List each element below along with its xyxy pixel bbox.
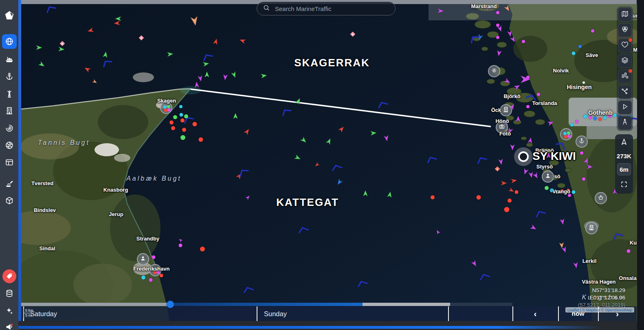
- vessel-dot-marker[interactable]: [149, 278, 153, 282]
- timeline-prev-button[interactable]: ‹: [512, 306, 558, 321]
- vessel-dot-marker[interactable]: [526, 76, 530, 79]
- vessel-arrow-marker[interactable]: [530, 225, 537, 232]
- vessel-track-marker[interactable]: [202, 53, 213, 61]
- measure-tool-button[interactable]: [618, 116, 632, 130]
- vessel-arrow-marker[interactable]: [515, 116, 522, 122]
- vessel-track-marker[interactable]: [281, 108, 292, 116]
- vessel-arrow-marker[interactable]: [504, 78, 511, 85]
- vessel-arrow-marker[interactable]: [547, 120, 554, 127]
- vessel-dot-marker[interactable]: [593, 117, 597, 120]
- poi-cluster-marker[interactable]: [149, 264, 161, 276]
- weather-wind-button[interactable]: [618, 70, 632, 83]
- vessel-dot-marker[interactable]: [182, 128, 186, 132]
- vessel-dot-marker[interactable]: [627, 249, 631, 253]
- sidebar-item-live-tracker[interactable]: [2, 121, 17, 135]
- poi-anchorS-marker[interactable]: [576, 135, 588, 148]
- vessel-dot-marker[interactable]: [572, 52, 576, 55]
- sidebar-item-photos[interactable]: [2, 138, 17, 153]
- vessel-dot-marker[interactable]: [556, 190, 559, 194]
- vessel-dot-marker[interactable]: [180, 135, 185, 140]
- vessel-dot-marker[interactable]: [180, 113, 183, 117]
- vessel-dot-marker[interactable]: [580, 151, 583, 155]
- vessel-dot-marker[interactable]: [496, 24, 499, 27]
- vessel-arrow-marker[interactable]: [239, 37, 246, 44]
- vessel-arrow-marker[interactable]: [92, 79, 98, 85]
- vessel-dot-marker[interactable]: [173, 115, 177, 119]
- vessel-arrow-marker[interactable]: [231, 72, 238, 79]
- vessel-arrow-marker[interactable]: [533, 173, 540, 179]
- vessel-arrow-marker[interactable]: [336, 179, 343, 186]
- sidebar-item-pricing-tag[interactable]: [2, 269, 16, 283]
- vessel-arrow-marker[interactable]: [362, 190, 369, 197]
- search-bar[interactable]: [257, 2, 396, 15]
- vessel-dot-marker[interactable]: [526, 105, 530, 108]
- overlay-blend-button[interactable]: [618, 23, 632, 37]
- vessel-dot-marker[interactable]: [582, 177, 585, 181]
- vessel-arrow-marker[interactable]: [114, 20, 121, 27]
- vessel-track-marker[interactable]: [357, 280, 368, 288]
- vessel-arrow-marker[interactable]: [559, 219, 566, 225]
- vessel-dot-marker[interactable]: [572, 190, 576, 194]
- vessel-track-marker[interactable]: [238, 168, 249, 176]
- sidebar-item-logo[interactable]: [2, 8, 17, 23]
- vessel-arrow-marker[interactable]: [370, 130, 377, 137]
- vessel-arrow-marker[interactable]: [232, 113, 239, 120]
- timeline-handle[interactable]: [167, 301, 174, 308]
- vessel-dot-marker[interactable]: [567, 189, 570, 192]
- vessel-dot-marker[interactable]: [560, 189, 564, 193]
- vessel-arrow-marker[interactable]: [326, 138, 333, 145]
- vessel-track-marker[interactable]: [535, 210, 546, 218]
- vessel-dot-marker[interactable]: [589, 116, 592, 119]
- map-canvas[interactable]: SKAGERRAKKATTEGATTannis BugtAalbæk BugtK…: [21, 4, 637, 330]
- vessel-dot-marker[interactable]: [570, 123, 574, 127]
- vessel-arrow-marker[interactable]: [178, 238, 183, 243]
- sidebar-item-lighthouses[interactable]: [2, 87, 17, 101]
- north-arrow-button[interactable]: [617, 137, 631, 149]
- poi-cluster-marker[interactable]: [560, 128, 572, 140]
- vessel-dot-marker[interactable]: [199, 138, 203, 142]
- vessel-arrow-marker[interactable]: [246, 195, 251, 200]
- poi-person-marker[interactable]: [542, 170, 554, 183]
- vessel-track-marker[interactable]: [526, 94, 537, 102]
- vessel-arrow-marker[interactable]: [509, 188, 515, 194]
- routes-network-button[interactable]: [618, 85, 632, 99]
- favorites-button[interactable]: [618, 39, 632, 52]
- vessel-arrow-marker[interactable]: [295, 98, 302, 105]
- sidebar-item-ports[interactable]: [2, 69, 17, 84]
- vessel-dot-marker[interactable]: [141, 275, 145, 280]
- vessel-arrow-marker[interactable]: [387, 191, 393, 198]
- vessel-track-marker[interactable]: [469, 35, 480, 43]
- attribution-mapbox-link[interactable]: © Mapbox: [582, 308, 601, 312]
- sidebar-item-explore-map[interactable]: [2, 34, 17, 49]
- vessel-dot-marker[interactable]: [180, 118, 185, 122]
- vessel-dot-marker[interactable]: [608, 114, 611, 118]
- vessel-dot-marker[interactable]: [179, 105, 182, 108]
- vessel-arrow-marker[interactable]: [527, 137, 534, 144]
- vessel-dot-marker[interactable]: [179, 244, 182, 247]
- vessel-arrow-marker[interactable]: [189, 16, 200, 26]
- vessel-arrow-marker[interactable]: [244, 128, 251, 135]
- sidebar-item-ai-assistant[interactable]: [2, 304, 17, 318]
- vessel-arrow-marker[interactable]: [193, 81, 200, 88]
- vessel-track-marker[interactable]: [378, 101, 389, 109]
- poi-building-marker[interactable]: [585, 222, 598, 234]
- vessel-dot-marker[interactable]: [515, 190, 519, 194]
- vessel-arrow-marker[interactable]: [496, 50, 503, 57]
- vessel-dot-marker[interactable]: [508, 199, 512, 203]
- vessel-arrow-marker[interactable]: [261, 72, 268, 79]
- fullscreen-button[interactable]: [617, 179, 631, 191]
- attribution-osm-link[interactable]: © OpenStreetMap: [601, 308, 632, 312]
- vessel-arrow-marker[interactable]: [587, 164, 593, 170]
- zoom-level-button[interactable]: 6m: [617, 163, 631, 175]
- poi-cluster-marker[interactable]: [160, 102, 172, 114]
- vessel-track-marker[interactable]: [613, 232, 624, 240]
- vessel-arrow-marker[interactable]: [511, 177, 518, 184]
- vessel-dot-marker[interactable]: [598, 118, 602, 121]
- selected-vessel-target[interactable]: [514, 147, 533, 166]
- vessel-dot-marker[interactable]: [515, 95, 518, 98]
- vessel-arrow-marker[interactable]: [484, 5, 491, 12]
- vessel-track-marker[interactable]: [556, 142, 567, 150]
- sidebar-item-companies[interactable]: [2, 103, 17, 118]
- vessel-arrow-marker[interactable]: [222, 74, 229, 81]
- vessel-dot-marker[interactable]: [575, 120, 578, 123]
